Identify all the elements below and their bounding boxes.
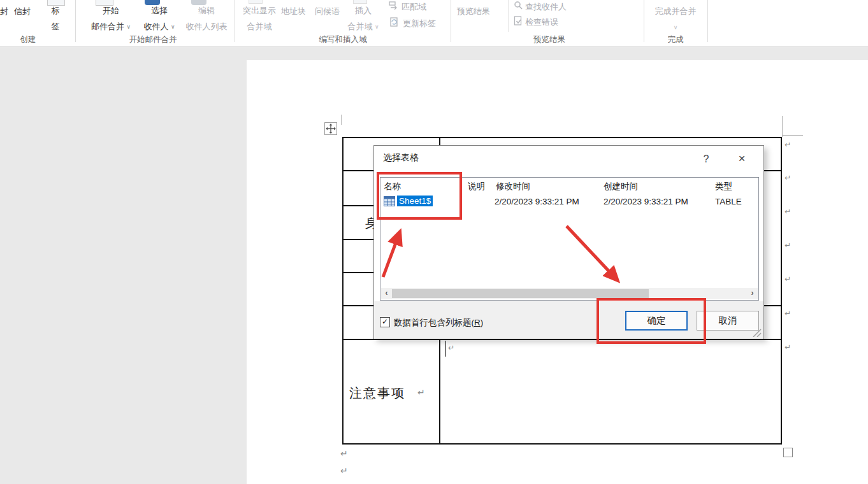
select-recipients-icon bbox=[145, 0, 160, 5]
select-recipients-button[interactable]: 选择 收件人 ∨ bbox=[136, 5, 182, 32]
ok-button[interactable]: 确定 bbox=[625, 311, 688, 331]
ribbon-separator bbox=[75, 0, 76, 42]
column-header-description[interactable]: 说明 bbox=[468, 181, 485, 192]
update-labels-button: 更新标签 bbox=[403, 18, 436, 29]
paragraph-mark: ↵ bbox=[340, 467, 348, 474]
insert-merge-field-button: 插入 合并域 ∨ bbox=[343, 5, 384, 32]
move-icon bbox=[325, 123, 336, 134]
dialog-footer: ✓ 数据首行包含列标题(R) 确定 取消 bbox=[374, 301, 763, 339]
select-table-dialog: 选择表格 ? × 名称 说明 修改时间 创建时间 类型 Sheet1$ 2/20… bbox=[373, 145, 764, 339]
table-guide-line bbox=[341, 115, 342, 125]
group-label-create: 创建 bbox=[5, 34, 51, 45]
match-fields-button: 匹配域 bbox=[401, 1, 426, 13]
column-header-modified[interactable]: 修改时间 bbox=[496, 181, 530, 192]
finish-merge-button: 完成并合并 ∨ bbox=[646, 6, 705, 32]
update-labels-icon bbox=[389, 17, 400, 27]
row-end-mark: ↵ bbox=[785, 141, 791, 148]
edit-recipient-list-button: 编辑 收件人列表 bbox=[181, 5, 232, 32]
scroll-left-arrow[interactable]: ‹ bbox=[381, 288, 392, 299]
find-recipient-button: 查找收件人 bbox=[525, 1, 567, 13]
table-row-sheet1[interactable]: Sheet1$ 2/20/2023 9:33:21 PM 2/20/2023 9… bbox=[380, 195, 758, 210]
preview-results-button: 预览结果 bbox=[457, 6, 490, 17]
greeting-line-button: 问候语 bbox=[315, 6, 340, 17]
column-header-type[interactable]: 类型 bbox=[715, 181, 732, 192]
table-border bbox=[342, 339, 782, 340]
table-modified-cell: 2/20/2023 9:33:21 PM bbox=[495, 197, 579, 206]
paragraph-mark: ↵ bbox=[448, 344, 454, 352]
find-recipient-icon bbox=[514, 1, 523, 10]
ribbon: 封 信封 标 签 创建 开始 邮件合并 ∨ 选择 收件人 ∨ 编辑 收件人列表 … bbox=[0, 0, 868, 47]
column-header-created[interactable]: 创建时间 bbox=[604, 181, 638, 192]
paragraph-mark: ↵ bbox=[417, 388, 425, 396]
address-block-button: 地址块 bbox=[281, 6, 306, 17]
group-label-write-insert: 编写和插入域 bbox=[307, 34, 379, 45]
table-guide-line bbox=[782, 116, 783, 137]
table-guide-line bbox=[783, 135, 803, 136]
clipped-left-button: 封 bbox=[0, 6, 8, 17]
first-row-headers-label: 数据首行包含列标题(R) bbox=[394, 317, 483, 329]
scrollbar-thumb[interactable] bbox=[392, 289, 649, 298]
row-end-mark: ↵ bbox=[785, 241, 791, 249]
table-list: 名称 说明 修改时间 创建时间 类型 Sheet1$ 2/20/2023 9:3… bbox=[380, 177, 759, 301]
ribbon-separator bbox=[451, 0, 451, 42]
ribbon-separator bbox=[707, 0, 708, 42]
group-label-finish: 完成 bbox=[640, 34, 711, 45]
cancel-button[interactable]: 取消 bbox=[697, 311, 759, 331]
table-border bbox=[781, 137, 782, 444]
row-end-mark: ↵ bbox=[785, 208, 791, 215]
group-label-preview-results: 预览结果 bbox=[514, 34, 585, 45]
labels-button[interactable]: 标 签 bbox=[41, 5, 70, 32]
table-border bbox=[342, 137, 344, 444]
chevron-down-icon: ∨ bbox=[674, 24, 678, 31]
table-move-handle[interactable] bbox=[324, 122, 337, 135]
ribbon-separator bbox=[235, 0, 235, 42]
chevron-down-icon: ∨ bbox=[127, 24, 131, 30]
paragraph-mark: ↵ bbox=[340, 450, 348, 457]
insert-merge-field-icon bbox=[353, 0, 367, 4]
first-row-headers-checkbox[interactable]: ✓ bbox=[380, 317, 390, 327]
column-header-name[interactable]: 名称 bbox=[384, 181, 401, 192]
check-errors-button: 检查错误 bbox=[525, 17, 558, 28]
start-mail-merge-button[interactable]: 开始 邮件合并 ∨ bbox=[82, 5, 140, 32]
envelopes-button[interactable]: 信封 bbox=[14, 6, 31, 17]
edit-recipient-list-icon bbox=[191, 0, 206, 5]
group-label-start-mail-merge: 开始邮件合并 bbox=[117, 34, 189, 45]
table-icon bbox=[384, 196, 395, 206]
help-button[interactable]: ? bbox=[697, 152, 716, 167]
row-end-mark: ↵ bbox=[785, 275, 791, 283]
row-end-mark: ↵ bbox=[785, 343, 791, 351]
resize-grip-icon[interactable] bbox=[751, 328, 762, 337]
scroll-right-arrow[interactable]: › bbox=[747, 288, 758, 299]
check-errors-icon bbox=[514, 16, 523, 26]
chevron-down-icon: ∨ bbox=[171, 24, 175, 30]
horizontal-scrollbar[interactable]: ‹ › bbox=[381, 288, 758, 299]
row-end-mark: ↵ bbox=[785, 310, 791, 317]
ribbon-separator bbox=[508, 0, 509, 32]
table-name-cell[interactable]: Sheet1$ bbox=[397, 196, 433, 206]
dialog-title: 选择表格 bbox=[383, 152, 419, 164]
table-resize-handle[interactable] bbox=[783, 448, 793, 457]
table-type-cell: TABLE bbox=[715, 197, 742, 206]
table-created-cell: 2/20/2023 9:33:21 PM bbox=[604, 197, 688, 206]
text-cursor bbox=[445, 341, 446, 357]
highlight-merge-fields-icon bbox=[249, 0, 263, 4]
highlight-merge-fields-button: 突出显示 合并域 bbox=[237, 5, 282, 32]
check-icon: ✓ bbox=[382, 317, 388, 326]
notes-cell-text: 注意事项 bbox=[349, 385, 405, 402]
close-button[interactable]: × bbox=[732, 151, 751, 166]
chevron-down-icon: ∨ bbox=[375, 24, 379, 30]
match-fields-icon bbox=[389, 1, 399, 10]
table-border bbox=[342, 443, 782, 445]
table-border bbox=[342, 137, 782, 138]
row-end-mark: ↵ bbox=[785, 174, 791, 182]
